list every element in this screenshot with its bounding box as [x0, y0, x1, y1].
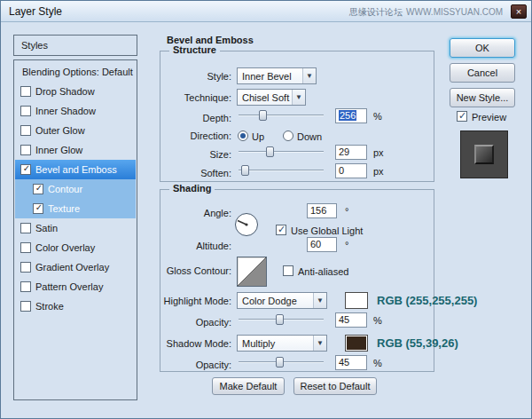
bevel-and-emboss-checkbox[interactable] — [20, 164, 31, 175]
style-dropdown[interactable]: Inner Bevel ▼ — [237, 67, 317, 84]
highlight-mode-dropdown[interactable]: Color Dodge ▼ — [237, 292, 327, 309]
soften-value: 0 — [339, 165, 344, 176]
drop-shadow-checkbox[interactable] — [20, 86, 31, 97]
sidebar-item-pattern-overlay[interactable]: Pattern Overlay — [15, 277, 136, 296]
angle-label: Angle: — [150, 208, 231, 218]
direction-down-radio[interactable] — [283, 130, 293, 141]
sidebar-item-texture[interactable]: Texture — [15, 199, 136, 218]
sidebar-item-label: Blending Options: Default — [22, 67, 133, 77]
altitude-unit: ° — [345, 240, 348, 250]
chevron-down-icon: ▼ — [313, 293, 326, 308]
layer-style-dialog: Layer Style 思缘设计论坛WWW.MISSYUAN.COM × Sty… — [0, 0, 532, 419]
anti-aliased-checkbox[interactable] — [283, 265, 293, 276]
technique-dropdown[interactable]: Chisel Soft ▼ — [237, 89, 306, 106]
sidebar-item-label: Stroke — [35, 301, 64, 312]
watermark: 思缘设计论坛WWW.MISSYUAN.COM — [349, 6, 503, 19]
size-slider[interactable] — [239, 146, 324, 157]
make-default-button[interactable]: Make Default — [212, 377, 285, 395]
stroke-checkbox[interactable] — [20, 301, 31, 312]
use-global-light-label: Use Global Light — [291, 225, 363, 236]
slider-thumb[interactable] — [276, 314, 284, 325]
shadow-color-swatch[interactable] — [345, 335, 368, 352]
sidebar-item-label: Inner Glow — [35, 145, 82, 155]
soften-slider[interactable] — [239, 164, 324, 176]
color-overlay-checkbox[interactable] — [20, 242, 31, 253]
shadow-mode-label: Shadow Mode: — [150, 338, 231, 349]
contour-checkbox[interactable] — [33, 184, 43, 194]
ok-button[interactable]: OK — [450, 38, 515, 58]
sidebar-item-bevel-and-emboss[interactable]: Bevel and Emboss — [15, 160, 136, 179]
sidebar-item-label: Contour — [48, 184, 82, 194]
angle-dial[interactable] — [234, 212, 259, 237]
slider-thumb[interactable] — [259, 110, 267, 121]
sidebar-item-gradient-overlay[interactable]: Gradient Overlay — [15, 257, 136, 277]
styles-header: Styles — [13, 35, 137, 56]
shadow-opacity-value: 45 — [339, 357, 349, 368]
preview-checkbox[interactable] — [457, 111, 467, 122]
soften-label: Soften: — [150, 168, 231, 178]
shading-legend: Shading — [169, 183, 215, 194]
highlight-opacity-field[interactable]: 45 — [335, 312, 367, 328]
depth-label: Depth: — [150, 113, 231, 123]
highlight-color-swatch[interactable] — [345, 292, 368, 309]
sidebar-item-label: Texture — [48, 203, 80, 214]
size-field[interactable]: 29 — [335, 145, 367, 160]
altitude-field[interactable]: 60 — [307, 237, 337, 252]
close-icon[interactable]: × — [511, 4, 527, 19]
structure-legend: Structure — [169, 44, 220, 55]
shadow-opacity-unit: % — [373, 358, 382, 368]
sidebar-item-satin[interactable]: Satin — [15, 218, 136, 238]
depth-field[interactable]: 256 — [335, 108, 367, 123]
sidebar-item-label: Drop Shadow — [35, 86, 95, 97]
title-bar[interactable]: Layer Style 思缘设计论坛WWW.MISSYUAN.COM × — [1, 1, 531, 22]
cancel-button[interactable]: Cancel — [450, 63, 515, 83]
sidebar-item-label: Pattern Overlay — [35, 281, 103, 292]
bevel-preview-icon — [474, 145, 494, 164]
new-style-button[interactable]: New Style... — [450, 88, 515, 107]
satin-checkbox[interactable] — [20, 223, 31, 233]
direction-label: Direction: — [150, 130, 231, 141]
sidebar-item-color-overlay[interactable]: Color Overlay — [15, 238, 136, 257]
slider-track — [239, 151, 324, 153]
sidebar-item-outer-glow[interactable]: Outer Glow — [15, 121, 136, 140]
sidebar-item-drop-shadow[interactable]: Drop Shadow — [15, 82, 136, 101]
depth-slider[interactable] — [239, 109, 324, 121]
depth-unit: % — [373, 111, 382, 122]
inner-shadow-checkbox[interactable] — [20, 106, 31, 116]
outer-glow-checkbox[interactable] — [20, 125, 31, 136]
slider-track — [239, 170, 324, 171]
altitude-label: Altitude: — [150, 241, 231, 251]
shadow-mode-dropdown[interactable]: Multiply ▼ — [237, 335, 327, 352]
gradient-overlay-checkbox[interactable] — [20, 262, 31, 273]
sidebar-item-contour[interactable]: Contour — [15, 179, 136, 199]
gloss-contour-label: Gloss Contour: — [150, 265, 231, 276]
gloss-contour-thumbnail[interactable] — [237, 257, 267, 287]
soften-unit: px — [373, 166, 384, 177]
shadow-opacity-slider[interactable] — [239, 356, 324, 368]
anti-aliased-label: Anti-aliased — [298, 266, 348, 277]
sidebar-item-inner-shadow[interactable]: Inner Shadow — [15, 101, 136, 121]
shadow-opacity-field[interactable]: 45 — [335, 355, 367, 370]
sidebar-item-stroke[interactable]: Stroke — [15, 296, 136, 316]
angle-unit: ° — [345, 206, 348, 217]
inner-glow-checkbox[interactable] — [20, 145, 31, 155]
texture-checkbox[interactable] — [33, 203, 43, 214]
use-global-light-checkbox[interactable] — [276, 225, 286, 235]
direction-up-radio[interactable] — [238, 130, 248, 141]
altitude-value: 60 — [310, 239, 321, 249]
reset-to-default-button[interactable]: Reset to Default — [293, 377, 377, 395]
slider-track — [239, 115, 324, 116]
slider-thumb[interactable] — [241, 165, 249, 176]
soften-field[interactable]: 0 — [335, 163, 367, 178]
sidebar-item-inner-glow[interactable]: Inner Glow — [15, 140, 136, 160]
pattern-overlay-checkbox[interactable] — [20, 281, 31, 292]
highlight-opacity-slider[interactable] — [239, 313, 324, 325]
window-title: Layer Style — [9, 5, 62, 18]
sidebar-item-label: Inner Shadow — [35, 106, 96, 116]
sidebar-item-blending-options[interactable]: Blending Options: Default — [15, 62, 136, 82]
slider-thumb[interactable] — [266, 146, 274, 157]
slider-thumb[interactable] — [276, 357, 284, 368]
angle-field[interactable]: 156 — [307, 203, 337, 218]
direction-up-label: Up — [252, 131, 264, 142]
angle-dial-icon — [234, 212, 259, 237]
